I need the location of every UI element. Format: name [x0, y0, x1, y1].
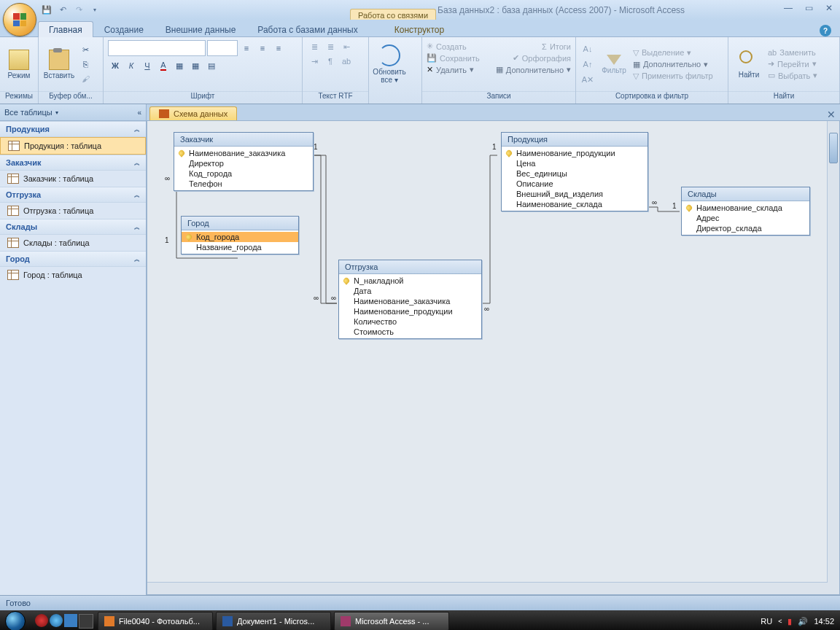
nav-group-header[interactable]: Город︽ — [0, 251, 146, 267]
entity-field[interactable]: Количество — [339, 316, 481, 327]
italic-button[interactable]: К — [124, 59, 139, 72]
entity-field[interactable]: Код_города — [182, 232, 298, 242]
relationships-canvas[interactable]: 1 ∞ ∞ ∞ 1 ∞ 1 1 ∞ Заказчик Наименование_… — [147, 120, 840, 595]
entity-zakazchik[interactable]: Заказчик Наименование_заказчикаДиректорК… — [174, 132, 314, 191]
filter-button[interactable]: Фильтр — [598, 55, 630, 74]
entity-field[interactable]: Дата — [339, 286, 481, 296]
entity-field[interactable]: Директор_склада — [682, 223, 809, 233]
tray-volume-icon[interactable]: 🔊 — [798, 617, 808, 626]
align-right-icon[interactable]: ≡ — [271, 42, 286, 55]
font-size-input[interactable] — [207, 40, 238, 56]
entity-field[interactable]: Адрес — [682, 213, 809, 223]
alt-row-icon[interactable]: ▤ — [204, 59, 219, 72]
doc-tab-schema[interactable]: Схема данных — [149, 106, 237, 120]
align-left-icon[interactable]: ≡ — [239, 42, 254, 55]
taskbar-item[interactable]: File0040 - Фотоальб... — [98, 612, 213, 630]
sort-desc-icon[interactable]: A↑ — [580, 58, 595, 71]
font-color-icon[interactable]: A — [156, 59, 171, 72]
entity-field[interactable]: Название_города — [182, 242, 298, 252]
scrollbar-horizontal[interactable] — [147, 582, 828, 594]
entity-field[interactable]: Наименование_склада — [502, 199, 648, 209]
nav-item[interactable]: Город : таблица — [0, 267, 146, 283]
nav-group-header[interactable]: Склады︽ — [0, 219, 146, 235]
tray-arrow-icon[interactable]: < — [778, 618, 782, 625]
entity-field[interactable]: Наименование_заказчика — [339, 296, 481, 306]
entity-field[interactable]: Наименование_склада — [682, 203, 809, 213]
spelling-icon[interactable]: ✔ — [513, 53, 519, 63]
goto-icon[interactable]: ➜ — [768, 59, 774, 69]
entity-field[interactable]: Код_города — [174, 168, 313, 179]
nav-item[interactable]: Заказчик : таблица — [0, 171, 146, 187]
tray-flag-icon[interactable]: ▮ — [788, 617, 792, 626]
doc-tab-close-icon[interactable]: ✕ — [827, 109, 836, 120]
totals-icon[interactable]: Σ — [542, 42, 547, 51]
tab-dbtools[interactable]: Работа с базами данных — [246, 21, 368, 37]
clock[interactable]: 14:52 — [814, 617, 834, 626]
nav-collapse-icon[interactable]: « — [137, 109, 141, 117]
entity-otgruzka[interactable]: Отгрузка N_накладнойДатаНаименование_зак… — [338, 260, 482, 339]
tab-home[interactable]: Главная — [38, 21, 93, 37]
lang-indicator[interactable]: RU — [761, 617, 772, 626]
redo-icon[interactable]: ↷ — [73, 4, 85, 16]
entity-field[interactable]: Наименование_продукции — [339, 306, 481, 316]
entity-field[interactable]: Вес_единицы — [502, 168, 648, 179]
format-painter-icon[interactable]: 🖌 — [78, 72, 93, 85]
tab-create[interactable]: Создание — [93, 21, 155, 37]
sort-asc-icon[interactable]: A↓ — [580, 42, 595, 55]
paste-button[interactable]: Вставить — [43, 50, 75, 79]
start-button[interactable] — [0, 610, 31, 630]
entity-field[interactable]: Стоимость — [339, 327, 481, 337]
bullets-icon[interactable]: ≣ — [307, 40, 322, 53]
advanced-icon[interactable]: ▦ — [633, 60, 640, 69]
scrollbar-vertical[interactable] — [827, 121, 839, 594]
entity-sklady[interactable]: Склады Наименование_складаАдресДиректор_… — [681, 187, 810, 236]
nav-group-header[interactable]: Продукция︽ — [0, 121, 146, 137]
numbering-icon[interactable]: ≣ — [323, 40, 338, 53]
indent-inc-icon[interactable]: ⇥ — [307, 55, 322, 68]
tab-external[interactable]: Внешние данные — [155, 21, 247, 37]
entity-field[interactable]: Наименование_заказчика — [174, 148, 313, 158]
qat-customize-icon[interactable]: ▾ — [89, 4, 101, 16]
entity-field[interactable]: N_накладной — [339, 276, 481, 286]
taskbar-item[interactable]: Документ1 - Micros... — [216, 612, 331, 630]
entity-produkciya[interactable]: Продукция Наименование_продукцииЦенаВес_… — [501, 132, 648, 211]
underline-button[interactable]: Ч — [140, 59, 155, 72]
save-icon[interactable]: 💾 — [41, 4, 52, 16]
help-icon[interactable]: ? — [820, 25, 831, 36]
align-center-icon[interactable]: ≡ — [255, 42, 270, 55]
ltr-icon[interactable]: ¶ — [323, 55, 338, 68]
taskbar-item[interactable]: Microsoft Access - ... — [334, 612, 449, 630]
ql-ie-icon[interactable] — [50, 614, 63, 627]
delete-icon[interactable]: ✕ — [427, 65, 433, 74]
nav-item[interactable]: Склады : таблица — [0, 235, 146, 251]
entity-gorod[interactable]: Город Код_городаНазвание_города — [181, 216, 299, 254]
font-family-input[interactable] — [108, 40, 206, 56]
minimize-button[interactable]: — — [782, 3, 795, 13]
close-button[interactable]: ✕ — [822, 3, 836, 13]
entity-field[interactable]: Наименование_продукции — [502, 148, 648, 158]
more-icon[interactable]: ▦ — [496, 65, 503, 74]
bold-button[interactable]: Ж — [108, 59, 122, 72]
nav-group-header[interactable]: Заказчик︽ — [0, 155, 146, 171]
gridlines-icon[interactable]: ▦ — [188, 59, 203, 72]
nav-pane-header[interactable]: Все таблицы▾« — [0, 104, 146, 121]
selection-icon[interactable]: ▽ — [633, 48, 639, 58]
nav-item[interactable]: Отгрузка : таблица — [0, 203, 146, 219]
save-record-icon[interactable]: 💾 — [427, 53, 437, 63]
indent-dec-icon[interactable]: ⇤ — [339, 40, 354, 53]
office-button[interactable] — [3, 3, 36, 36]
copy-icon[interactable]: ⎘ — [78, 58, 93, 71]
refresh-button[interactable]: Обновитьвсе ▾ — [373, 44, 405, 84]
ql-desktop-icon[interactable] — [64, 614, 77, 627]
nav-group-header[interactable]: Отгрузка︽ — [0, 187, 146, 203]
highlight-icon[interactable]: ab — [339, 55, 354, 68]
replace-icon[interactable]: ab — [768, 48, 777, 57]
entity-field[interactable]: Описание — [502, 179, 648, 189]
nav-item[interactable]: Продукция : таблица — [0, 137, 146, 155]
clear-sort-icon[interactable]: A✕ — [580, 73, 595, 86]
undo-icon[interactable]: ↶ — [57, 4, 69, 16]
tab-design[interactable]: Конструктор — [384, 21, 455, 37]
ql-switch-icon[interactable] — [79, 614, 93, 629]
new-record-icon[interactable]: ✳ — [427, 42, 433, 51]
view-button[interactable]: Режим — [4, 50, 34, 79]
